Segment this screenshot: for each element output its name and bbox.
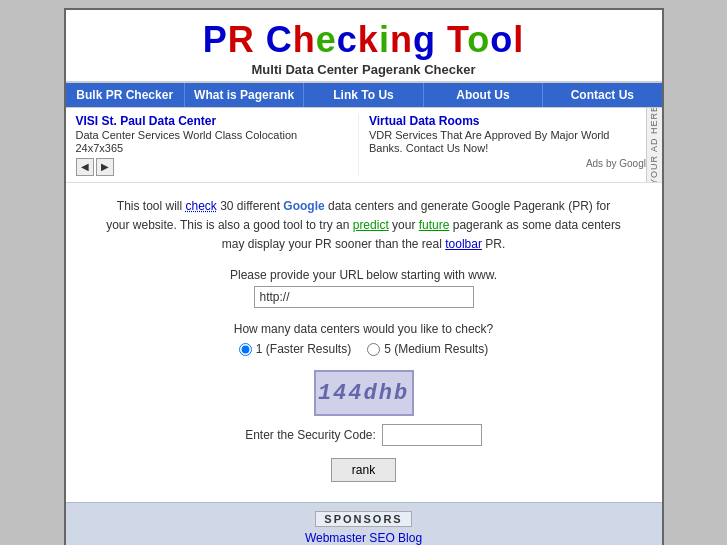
subtitle: Multi Data Center Pagerank Checker: [66, 62, 662, 77]
captcha-image: 144dhb: [314, 370, 414, 416]
ads-right-line2: Banks. Contact Us Now!: [369, 142, 652, 154]
url-input[interactable]: [254, 286, 474, 308]
side-label-text: YOUR AD HERE: [649, 108, 659, 182]
security-row: Enter the Security Code:: [106, 424, 622, 446]
ads-left: VISI St. Paul Data Center Data Center Se…: [76, 114, 359, 176]
nav-contact-us-link[interactable]: Contact Us: [571, 88, 634, 102]
logo: PR Checking Tool: [66, 20, 662, 60]
dc-label: How many data centers would you like to …: [106, 322, 622, 336]
check-link[interactable]: check: [185, 199, 216, 213]
nav-link-to-us-link[interactable]: Link To Us: [333, 88, 393, 102]
radio-1-label: 1 (Faster Results): [256, 342, 351, 356]
google-text: Google: [283, 199, 324, 213]
sponsor-link[interactable]: Webmaster SEO Blog: [66, 531, 662, 545]
radio-option-5[interactable]: 5 (Medium Results): [367, 342, 488, 356]
nav-link-to-us[interactable]: Link To Us: [304, 83, 423, 107]
rank-section: rank: [106, 458, 622, 482]
sponsors-label: SPONSORS: [315, 511, 411, 527]
future-link[interactable]: future: [419, 218, 450, 232]
nav-about-us-link[interactable]: About Us: [456, 88, 509, 102]
ads-right-line1: VDR Services That Are Approved By Major …: [369, 129, 652, 141]
radio-5[interactable]: [367, 343, 380, 356]
predict-link[interactable]: predict: [353, 218, 389, 232]
ads-left-title[interactable]: VISI St. Paul Data Center: [76, 114, 217, 128]
ads-right: Virtual Data Rooms VDR Services That Are…: [358, 114, 652, 176]
ads-left-line1: Data Center Services World Class Colocat…: [76, 129, 359, 141]
ads-left-line2: 24x7x365: [76, 142, 359, 154]
nav-what-is-pagerank[interactable]: What is Pagerank: [185, 83, 304, 107]
ads-nav: ◀ ▶: [76, 158, 359, 176]
ads-by-google: Ads by Google: [369, 158, 652, 169]
dc-section: How many data centers would you like to …: [106, 322, 622, 356]
nav-contact-us[interactable]: Contact Us: [543, 83, 661, 107]
ads-right-title[interactable]: Virtual Data Rooms: [369, 114, 479, 128]
toolbar-link[interactable]: toolbar: [445, 237, 482, 251]
radio-5-label: 5 (Medium Results): [384, 342, 488, 356]
security-code-label: Enter the Security Code:: [245, 428, 376, 442]
radio-1[interactable]: [239, 343, 252, 356]
side-label: YOUR AD HERE: [646, 108, 662, 182]
radio-option-1[interactable]: 1 (Faster Results): [239, 342, 351, 356]
header: PR Checking Tool Multi Data Center Pager…: [66, 10, 662, 82]
radio-group: 1 (Faster Results) 5 (Medium Results): [106, 342, 622, 356]
main-container: PR Checking Tool Multi Data Center Pager…: [64, 8, 664, 545]
ads-prev-button[interactable]: ◀: [76, 158, 94, 176]
description: This tool will check 30 different Google…: [106, 197, 622, 255]
footer: SPONSORS Webmaster SEO Blog: [66, 502, 662, 545]
content: This tool will check 30 different Google…: [66, 183, 662, 503]
rank-button[interactable]: rank: [331, 458, 396, 482]
nav-bar: Bulk PR Checker What is Pagerank Link To…: [66, 82, 662, 108]
nav-about-us[interactable]: About Us: [424, 83, 543, 107]
nav-bulk-pr-link[interactable]: Bulk PR Checker: [76, 88, 173, 102]
url-label: Please provide your URL below starting w…: [106, 268, 622, 282]
nav-bulk-pr[interactable]: Bulk PR Checker: [66, 83, 185, 107]
nav-what-is-pagerank-link[interactable]: What is Pagerank: [194, 88, 294, 102]
security-code-input[interactable]: [382, 424, 482, 446]
url-section: Please provide your URL below starting w…: [106, 268, 622, 308]
captcha-section: 144dhb Enter the Security Code:: [106, 370, 622, 446]
ads-area: VISI St. Paul Data Center Data Center Se…: [66, 108, 662, 183]
ads-next-button[interactable]: ▶: [96, 158, 114, 176]
